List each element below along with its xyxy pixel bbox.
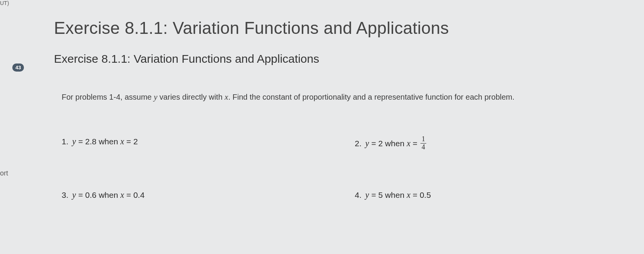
var-y: y xyxy=(154,92,157,102)
var-x: x xyxy=(120,190,124,200)
page-number-badge: 43 xyxy=(12,64,24,72)
instructions-mid: varies directly with xyxy=(157,93,225,101)
problem-3: 3. y = 0.6 when x = 0.4 xyxy=(62,190,340,200)
var-y: y xyxy=(365,190,369,200)
page-title: Exercise 8.1.1: Variation Functions and … xyxy=(54,18,632,38)
problem-2: 2. y = 2 when x = 1 4 xyxy=(355,137,633,152)
y-value: 2.8 xyxy=(85,137,96,146)
var-y: y xyxy=(72,137,76,146)
var-x: x xyxy=(120,137,124,146)
problem-number: 1. xyxy=(62,137,69,146)
problem-number: 2. xyxy=(355,139,362,148)
x-value: 0.5 xyxy=(420,190,431,199)
page-fragment-left: ort xyxy=(0,169,8,177)
x-value: 0.4 xyxy=(133,190,145,199)
exercise-content: Exercise 8.1.1: Variation Functions and … xyxy=(54,18,632,200)
instructions-text: For problems 1-4, assume y varies direct… xyxy=(54,92,632,102)
fraction: 1 4 xyxy=(420,136,426,151)
x-value: 2 xyxy=(133,137,138,146)
instructions-pre: For problems 1-4, assume xyxy=(62,93,154,101)
var-x: x xyxy=(225,92,228,102)
problem-4: 4. y = 5 when x = 0.5 xyxy=(355,190,633,200)
var-y: y xyxy=(72,190,76,200)
var-y: y xyxy=(365,139,369,148)
y-value: 5 xyxy=(378,190,383,199)
instructions-post: . Find the constant of proportionality a… xyxy=(228,93,515,101)
fraction-denominator: 4 xyxy=(420,144,426,151)
problem-1: 1. y = 2.8 when x = 2 xyxy=(62,137,340,152)
fraction-numerator: 1 xyxy=(420,136,426,144)
var-x: x xyxy=(407,190,410,200)
problem-number: 4. xyxy=(355,190,362,199)
page-fragment-top: UT) xyxy=(0,0,9,6)
y-value: 2 xyxy=(378,139,383,148)
exercise-subtitle: Exercise 8.1.1: Variation Functions and … xyxy=(54,52,632,65)
problem-number: 3. xyxy=(62,190,69,199)
var-x: x xyxy=(407,139,410,148)
problems-grid: 1. y = 2.8 when x = 2 2. y = 2 when x = … xyxy=(54,137,632,200)
y-value: 0.6 xyxy=(85,190,96,199)
